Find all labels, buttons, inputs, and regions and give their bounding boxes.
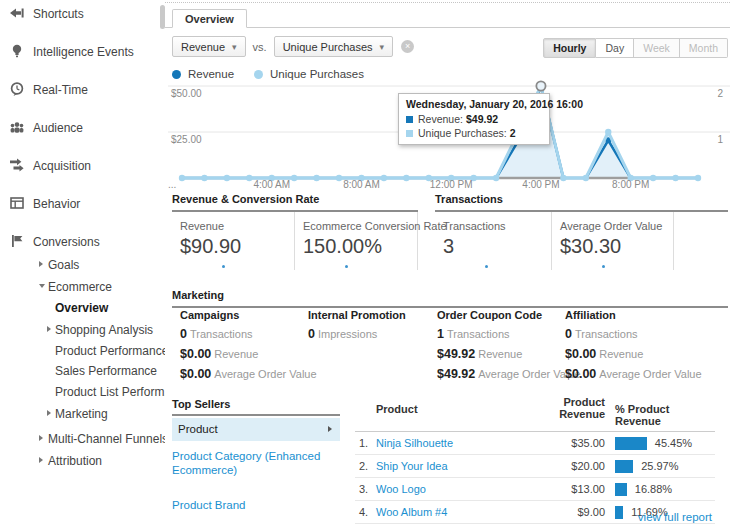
column-header-product[interactable]: Product: [355, 396, 533, 415]
stat-row: $49.92Revenue: [437, 348, 563, 361]
tooltip-revenue-row: Revenue: $49.92: [406, 113, 542, 125]
section-title: Revenue & Conversion Rate: [172, 193, 418, 212]
revenue-share-bar: [615, 460, 633, 473]
granularity-hourly-button[interactable]: Hourly: [543, 38, 596, 58]
purchases-swatch-icon: [406, 130, 413, 137]
stat-row: 0Impressions: [308, 328, 436, 341]
intelligence-events-icon: [9, 43, 25, 59]
chart-tooltip: Wednesday, January 20, 2016 16:00 Revenu…: [398, 93, 550, 145]
tooltip-purchases-row: Unique Purchases: 2: [406, 127, 542, 139]
sidebar-item-conversions[interactable]: Conversions: [0, 234, 165, 250]
conversions-flag-icon: [9, 233, 25, 249]
sidebar-item-marketing[interactable]: Marketing: [0, 406, 165, 422]
tab-overview[interactable]: Overview: [172, 9, 247, 28]
metric-card-ecommerce-conversion-rate[interactable]: Ecommerce Conversion Rate 150.00%: [295, 212, 418, 270]
svg-text:8:00 AM: 8:00 AM: [343, 179, 380, 190]
granularity-month-button[interactable]: Month: [680, 38, 728, 58]
behavior-window-icon: [9, 195, 25, 211]
secondary-metric-label: Unique Purchases: [283, 41, 373, 53]
chevron-down-icon: ▾: [380, 42, 385, 52]
svg-text:...: ...: [168, 179, 176, 190]
marketing-column-affiliation: Affiliation 0Transactions $0.00Revenue $…: [565, 309, 725, 381]
svg-text:$25.00: $25.00: [171, 134, 202, 145]
revenue-share-bar: [615, 437, 647, 450]
table-row: 1. Ninja Silhouette $35.00 45.45%: [355, 432, 715, 455]
metric-card-revenue[interactable]: Revenue $90.90: [172, 212, 295, 270]
sidebar-item-shopping-analysis[interactable]: Shopping Analysis: [0, 322, 165, 338]
stat-row: $0.00Revenue: [180, 348, 306, 361]
sidebar-item-ecommerce-overview[interactable]: Overview: [0, 300, 165, 316]
granularity-day-button[interactable]: Day: [596, 38, 634, 58]
section-transactions: Transactions Transactions 3 Average Orde…: [435, 193, 728, 270]
stat-row: $49.92Average Order Value: [437, 368, 563, 381]
metric-card-transactions[interactable]: Transactions 3: [435, 212, 552, 270]
metric-card-average-order-value[interactable]: Average Order Value $30.30: [552, 212, 674, 270]
timeseries-chart[interactable]: $50.00$25.0021...4:00 AM8:00 AM12:00 PM4…: [165, 80, 730, 192]
sidebar-item-shortcuts[interactable]: Shortcuts: [0, 6, 165, 22]
ga-ecommerce-overview-screen: Shortcuts Intelligence Events Real-Time …: [0, 0, 730, 530]
sidebar-item-product-list-performance[interactable]: Product List Perform...: [0, 384, 165, 400]
sparkline-dot: [222, 265, 225, 268]
primary-metric-dropdown[interactable]: Revenue ▾: [172, 36, 246, 57]
legend-item-revenue[interactable]: Revenue: [172, 68, 234, 80]
granularity-week-button[interactable]: Week: [634, 38, 680, 58]
product-link[interactable]: Woo Logo: [376, 483, 533, 495]
sidebar-item-product-performance[interactable]: Product Performance: [0, 343, 165, 359]
top-sellers-product-table: Product Product Revenue % Product Revenu…: [355, 396, 715, 524]
sidebar-item-audience[interactable]: Audience: [0, 120, 165, 136]
stat-row: 0Transactions: [180, 328, 306, 341]
sidebar-item-goals[interactable]: Goals: [0, 257, 165, 273]
svg-text:4:00 AM: 4:00 AM: [253, 179, 290, 190]
svg-text:$50.00: $50.00: [171, 88, 202, 99]
report-tabbar: Overview: [165, 10, 730, 28]
legend-item-unique-purchases[interactable]: Unique Purchases: [254, 68, 364, 80]
section-marketing: Marketing Campaigns 0Transactions $0.00R…: [172, 289, 728, 308]
report-content: Overview Revenue ▾ vs. Unique Purchases …: [165, 0, 730, 530]
section-title: Top Sellers: [172, 398, 340, 416]
column-header-product-revenue[interactable]: Product Revenue: [533, 396, 605, 420]
sidebar-item-behavior[interactable]: Behavior: [0, 196, 165, 212]
top-sellers-link-product-brand[interactable]: Product Brand: [172, 498, 322, 512]
table-row: 2. Ship Your Idea $20.00 25.97%: [355, 455, 715, 478]
chevron-right-icon: [47, 326, 51, 332]
secondary-metric-dropdown[interactable]: Unique Purchases ▾: [274, 36, 393, 57]
top-dotted-divider: [165, 2, 730, 3]
stat-row: $0.00Average Order Value: [565, 368, 725, 381]
chevron-right-icon: [47, 410, 51, 416]
sparkline-dot: [602, 265, 605, 268]
revenue-share-bar: [615, 506, 623, 519]
table-header-row: Product Product Revenue % Product Revenu…: [355, 396, 715, 432]
top-sellers-item-product[interactable]: Product: [172, 418, 340, 441]
product-link[interactable]: Ninja Silhouette: [376, 437, 533, 449]
sidebar-item-attribution[interactable]: Attribution: [0, 453, 165, 469]
chevron-right-icon: [39, 457, 43, 463]
product-link[interactable]: Ship Your Idea: [376, 460, 533, 472]
sidebar-item-intelligence-events[interactable]: Intelligence Events: [0, 44, 165, 60]
chevron-right-icon: [39, 261, 43, 267]
sidebar-item-ecommerce[interactable]: Ecommerce: [0, 279, 165, 295]
svg-text:4:00 PM: 4:00 PM: [522, 179, 559, 190]
marketing-column-campaigns: Campaigns 0Transactions $0.00Revenue $0.…: [180, 309, 306, 381]
stat-row: $0.00Revenue: [565, 348, 725, 361]
revenue-share-bar: [615, 483, 627, 496]
granularity-toggle-group: Hourly Day Week Month: [543, 38, 728, 58]
stat-row: 0Transactions: [565, 328, 725, 341]
section-title: Transactions: [435, 193, 728, 212]
remove-metric-icon[interactable]: ×: [401, 40, 414, 53]
primary-metric-label: Revenue: [181, 41, 225, 53]
sidebar-item-sales-performance[interactable]: Sales Performance: [0, 363, 165, 379]
vs-label: vs.: [253, 41, 267, 53]
product-link[interactable]: Woo Album #4: [376, 506, 533, 518]
svg-text:12:00 PM: 12:00 PM: [430, 179, 473, 190]
section-top-sellers: Top Sellers Product Product Category (En…: [172, 398, 340, 512]
sidebar-item-multi-channel-funnels[interactable]: Multi-Channel Funnels: [0, 431, 165, 447]
top-sellers-link-product-category[interactable]: Product Category (Enhanced Ecommerce): [172, 449, 322, 477]
acquisition-arrows-icon: [9, 157, 25, 173]
revenue-series-dot-icon: [172, 70, 181, 79]
chevron-down-icon: [39, 284, 45, 288]
svg-text:8:00 PM: 8:00 PM: [612, 179, 649, 190]
column-header-pct-product-revenue[interactable]: % Product Revenue: [605, 396, 715, 427]
sidebar-item-acquisition[interactable]: Acquisition: [0, 158, 165, 174]
view-full-report-link[interactable]: view full report: [638, 511, 712, 523]
sidebar-item-real-time[interactable]: Real-Time: [0, 82, 165, 98]
